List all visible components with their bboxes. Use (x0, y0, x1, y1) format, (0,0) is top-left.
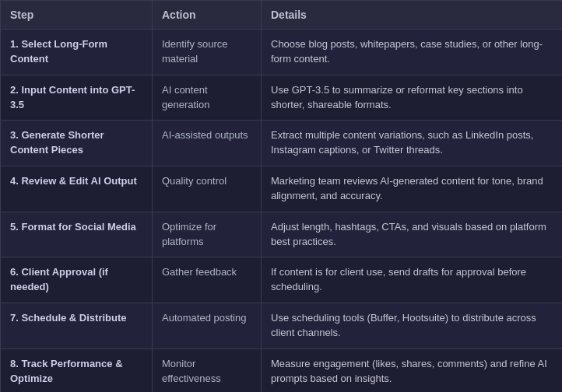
step-cell: 2. Input Content into GPT-3.5 (1, 75, 153, 121)
step-cell: 5. Format for Social Media (1, 212, 153, 257)
action-cell: Monitor effectiveness (153, 348, 262, 392)
details-cell: Extract multiple content variations, suc… (262, 121, 563, 166)
table-row: 7. Schedule & DistributeAutomated postin… (1, 303, 563, 349)
action-cell: Identify source material (153, 30, 262, 75)
action-cell: Automated posting (153, 303, 262, 349)
table-row: 8. Track Performance & OptimizeMonitor e… (1, 348, 563, 392)
details-cell: Choose blog posts, whitepapers, case stu… (262, 30, 563, 75)
step-cell: 7. Schedule & Distribute (1, 303, 153, 349)
table-row: 1. Select Long-Form ContentIdentify sour… (1, 30, 563, 75)
table-row: 6. Client Approval (if needed)Gather fee… (1, 257, 563, 303)
table-row: 5. Format for Social MediaOptimize for p… (1, 212, 563, 257)
action-cell: Gather feedback (153, 257, 262, 303)
step-cell: 3. Generate Shorter Content Pieces (1, 121, 153, 166)
table-row: 2. Input Content into GPT-3.5AI content … (1, 75, 563, 121)
action-cell: Optimize for platforms (153, 212, 262, 257)
header-step: Step (1, 1, 153, 30)
details-cell: If content is for client use, send draft… (262, 257, 563, 303)
action-cell: AI content generation (153, 75, 262, 121)
step-cell: 8. Track Performance & Optimize (1, 348, 153, 392)
details-cell: Marketing team reviews AI-generated cont… (262, 166, 563, 212)
details-cell: Use GPT-3.5 to summarize or reformat key… (262, 75, 563, 121)
details-cell: Measure engagement (likes, shares, comme… (262, 348, 563, 392)
details-cell: Use scheduling tools (Buffer, Hootsuite)… (262, 303, 563, 349)
table-row: 3. Generate Shorter Content PiecesAI-ass… (1, 121, 563, 166)
action-cell: Quality control (153, 166, 262, 212)
step-cell: 4. Review & Edit AI Output (1, 166, 153, 212)
step-cell: 6. Client Approval (if needed) (1, 257, 153, 303)
step-cell: 1. Select Long-Form Content (1, 30, 153, 75)
workflow-table: Step Action Details 1. Select Long-Form … (0, 0, 562, 392)
header-details: Details (262, 1, 563, 30)
header-action: Action (153, 1, 262, 30)
action-cell: AI-assisted outputs (153, 121, 262, 166)
details-cell: Adjust length, hashtags, CTAs, and visua… (262, 212, 563, 257)
table-row: 4. Review & Edit AI OutputQuality contro… (1, 166, 563, 212)
